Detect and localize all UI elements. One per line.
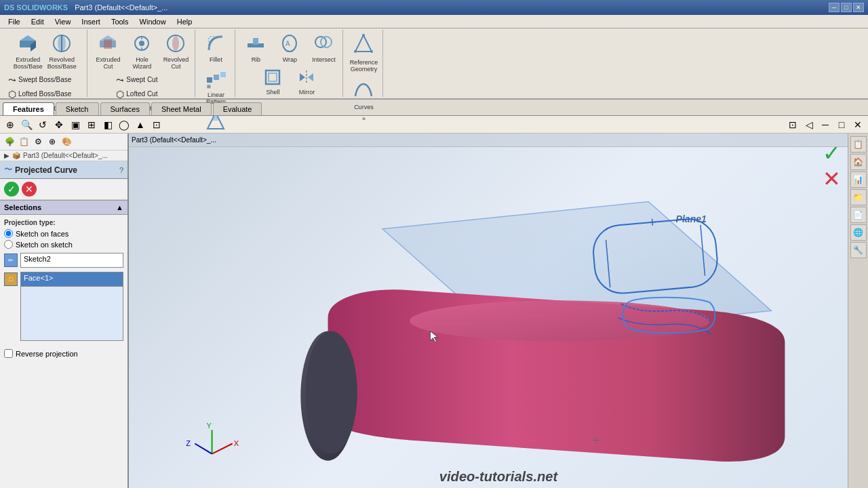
mirror-button[interactable]: Mirror: [290, 66, 323, 98]
property-panel: 🌳 📋 ⚙ ⊕ 🎨 ▶ 📦 Part3 (Default<<Default>_.…: [0, 134, 129, 488]
cancel-button[interactable]: ✕: [22, 182, 37, 197]
menu-file[interactable]: File: [3, 16, 26, 27]
swept-cut-label: Swept Cut: [126, 76, 157, 83]
sketch-on-sketch-label: Sketch on sketch: [16, 241, 73, 249]
right-btn-3[interactable]: 📊: [850, 171, 867, 188]
rotate-button[interactable]: ↺: [35, 117, 50, 132]
restore-pane-button[interactable]: □: [834, 117, 849, 132]
lofted-cut-button[interactable]: ⬡ Lofted Cut: [113, 87, 170, 101]
extruded-boss-icon: [17, 33, 39, 56]
wrap-icon: A: [280, 33, 299, 56]
close-button[interactable]: ✕: [853, 3, 864, 12]
right-btn-2[interactable]: 🏠: [850, 154, 867, 170]
feature-manager-button[interactable]: 🌳: [3, 135, 16, 148]
revolved-boss-button[interactable]: RevolvedBoss/Base: [45, 31, 78, 72]
panel-toolbar: 🌳 📋 ⚙ ⊕ 🎨: [0, 134, 127, 150]
lofted-boss-icon: ⬡: [8, 89, 16, 100]
reference-group: ReferenceGeometry Curves »: [344, 30, 383, 97]
menu-tools[interactable]: Tools: [106, 16, 134, 27]
fillet-button[interactable]: Fillet: [199, 31, 232, 65]
expand-tree-icon[interactable]: ▶: [4, 152, 9, 159]
ok-button[interactable]: ✓: [4, 182, 19, 197]
reference-geometry-button[interactable]: ReferenceGeometry: [347, 31, 380, 75]
face-extra-area[interactable]: [20, 287, 123, 341]
menu-view[interactable]: View: [50, 16, 77, 27]
extra-button[interactable]: ⊡: [149, 117, 164, 132]
property-manager-button[interactable]: 📋: [17, 135, 31, 148]
view-orient-button[interactable]: ▣: [68, 117, 83, 132]
fillet-label: Fillet: [210, 57, 222, 64]
right-btn-7[interactable]: 🔧: [850, 242, 867, 258]
swept-cut-button[interactable]: ⤳ Swept Cut: [113, 73, 170, 87]
linear-pattern-button[interactable]: ⊞ LinearPattern: [199, 66, 232, 107]
svg-rect-22: [253, 38, 258, 45]
face-field[interactable]: Face<1>: [20, 272, 123, 287]
minimize-pane-button[interactable]: ─: [818, 117, 833, 132]
menu-window[interactable]: Window: [134, 16, 172, 27]
lofted-boss-button[interactable]: ⬡ Lofted Boss/Base: [5, 87, 84, 101]
svg-rect-27: [266, 70, 279, 84]
rib-icon: [246, 33, 265, 56]
maximize-button[interactable]: □: [841, 3, 852, 12]
right-btn-5[interactable]: 📄: [850, 207, 867, 223]
boss-base-group: ExtrudedBoss/Base RevolvedBoss/Base ⤳ Sw…: [3, 30, 87, 97]
tab-sheet-metal[interactable]: Sheet Metal: [151, 102, 212, 115]
menu-help[interactable]: Help: [172, 16, 198, 27]
svg-marker-31: [308, 73, 313, 81]
viewport-3d: Plane1: [129, 147, 868, 488]
config-manager-button[interactable]: ⚙: [31, 135, 45, 148]
curves-button[interactable]: Curves: [347, 76, 380, 113]
intersect-label: Intersect: [312, 57, 336, 64]
cylinder-front-face: [305, 331, 357, 454]
curves-icon: [353, 77, 374, 104]
sketch-field[interactable]: Sketch2: [20, 253, 123, 268]
rib-button[interactable]: Rib: [239, 31, 272, 65]
viewport-cancel-button[interactable]: ✕: [823, 166, 841, 192]
selections-collapse-icon[interactable]: ▲: [116, 203, 123, 211]
tab-sketch[interactable]: Sketch: [56, 102, 99, 115]
expand-toolbar-button[interactable]: »: [358, 114, 369, 124]
right-btn-6[interactable]: 🌐: [850, 224, 867, 241]
close-pane-button[interactable]: ✕: [850, 117, 865, 132]
hole-wizard-button[interactable]: HoleWizard: [125, 31, 158, 72]
prop-close-button[interactable]: ?: [119, 166, 123, 174]
swept-boss-button[interactable]: ⤳ Swept Boss/Base: [5, 73, 84, 87]
zoom-in-button[interactable]: 🔍: [19, 117, 34, 132]
display-style-button[interactable]: ⊞: [84, 117, 99, 132]
wrap-button[interactable]: A Wrap: [273, 31, 306, 65]
svg-point-14: [172, 36, 179, 51]
right-btn-1[interactable]: 📋: [850, 136, 867, 152]
revolved-cut-button[interactable]: RevolvedCut: [159, 31, 192, 72]
viewport[interactable]: Part3 (Default<<Default>_...: [129, 134, 868, 488]
minimize-button[interactable]: ─: [829, 3, 840, 12]
tab-surfaces[interactable]: Surfaces: [100, 102, 150, 115]
tab-evaluate[interactable]: Evaluate: [213, 102, 262, 115]
intersect-button[interactable]: Intersect: [307, 31, 340, 65]
extruded-boss-button[interactable]: ExtrudedBoss/Base: [12, 31, 44, 72]
shell-button[interactable]: Shell: [256, 66, 289, 98]
scene-button[interactable]: ▲: [133, 117, 148, 132]
sketch-on-sketch-radio[interactable]: [4, 240, 13, 249]
display-pane-button[interactable]: 🎨: [60, 135, 73, 148]
selections-label: Selections: [4, 203, 41, 211]
extruded-cut-button[interactable]: ExtrudedCut: [92, 31, 124, 72]
section-view-button[interactable]: ◧: [100, 117, 115, 132]
sketch-selection-row: ✏ Sketch2: [4, 253, 123, 268]
view-controls: ⊡ ◁ ─ □ ✕: [785, 117, 865, 132]
reverse-projection-checkbox[interactable]: [4, 349, 13, 358]
menu-insert[interactable]: Insert: [76, 16, 106, 27]
main-toolbar: ExtrudedBoss/Base RevolvedBoss/Base ⤳ Sw…: [0, 28, 868, 100]
right-btn-4[interactable]: 📁: [850, 189, 867, 205]
watermark-text: video-tutorials.net: [439, 469, 559, 484]
appearance-button[interactable]: ◯: [117, 117, 132, 132]
sketch-on-faces-radio[interactable]: [4, 229, 13, 238]
revolved-cut-icon: [165, 33, 186, 56]
normal-view-button[interactable]: ⊡: [785, 117, 800, 132]
dim-expert-button[interactable]: ⊕: [45, 135, 59, 148]
menu-edit[interactable]: Edit: [26, 16, 50, 27]
prev-view-button[interactable]: ◁: [802, 117, 816, 132]
zoom-fit-button[interactable]: ⊕: [3, 117, 18, 132]
viewport-ok-button[interactable]: ✓: [823, 140, 841, 166]
pan-button[interactable]: ✥: [52, 117, 66, 132]
tab-features[interactable]: Features: [3, 102, 54, 115]
